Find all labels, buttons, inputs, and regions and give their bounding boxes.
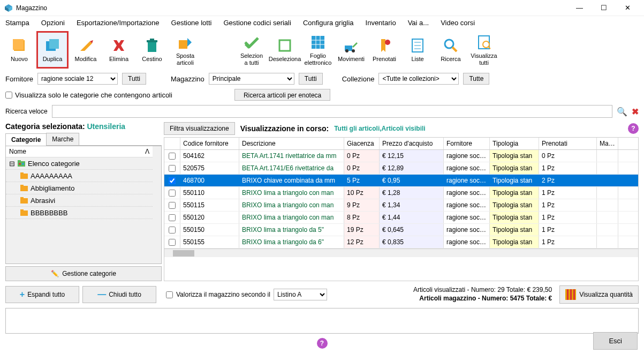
row-checkbox[interactable] bbox=[169, 153, 176, 160]
magazzino-tutti-button[interactable]: Tutti bbox=[299, 73, 323, 85]
magazzino-select[interactable]: Principale bbox=[209, 73, 294, 85]
col-code[interactable]: Codice fornitore bbox=[180, 138, 239, 149]
collezione-tutte-button[interactable]: Tutte bbox=[463, 73, 489, 85]
menu-opzioni[interactable]: Opzioni bbox=[39, 18, 67, 28]
valorizza-checkbox[interactable] bbox=[166, 291, 173, 298]
footer-help-icon[interactable]: ? bbox=[317, 338, 328, 349]
viz-label: Visualizzazione in corso: bbox=[240, 124, 329, 133]
modifica-button[interactable]: Modifica bbox=[70, 31, 102, 69]
col-desc[interactable]: Descrizione bbox=[239, 138, 344, 149]
menu-stampa[interactable]: Stampa bbox=[3, 18, 32, 28]
table-row[interactable]: 550115BRIXO lima a triangolo con man9 Pz… bbox=[164, 199, 638, 212]
menu-video-corsi[interactable]: Video corsi bbox=[438, 18, 477, 28]
notes-textarea[interactable] bbox=[5, 308, 639, 334]
menu-gestione-codici-seriali[interactable]: Gestione codici seriali bbox=[221, 18, 293, 28]
col-marche[interactable]: Marche bbox=[597, 138, 618, 149]
visualizza-solo-checkbox[interactable] bbox=[5, 92, 12, 99]
ricerca-button[interactable]: Ricerca bbox=[435, 31, 467, 69]
nuovo-button[interactable]: Nuovo bbox=[3, 31, 35, 69]
menu-esportazione-importazione[interactable]: Esportazione/Importazione bbox=[74, 18, 162, 28]
deseleziona-icon bbox=[276, 37, 293, 54]
svg-rect-12 bbox=[312, 36, 324, 49]
col-prezzo[interactable]: Prezzo d'acquisto bbox=[380, 138, 444, 149]
liste-button[interactable]: Liste bbox=[401, 31, 434, 69]
valorizza-select[interactable]: Listino A bbox=[274, 289, 327, 300]
menu-inventario[interactable]: Inventario bbox=[363, 18, 398, 28]
filtra-visualizzazione-button[interactable]: Filtra visualizzazione bbox=[164, 122, 235, 135]
cestino-button[interactable]: Cestino bbox=[136, 31, 168, 69]
row-checkbox[interactable] bbox=[169, 239, 176, 246]
collezione-label: Collezione bbox=[342, 75, 375, 83]
tree-item[interactable]: Abbigliamento bbox=[6, 182, 153, 194]
prenotati-button[interactable]: Prenotati bbox=[368, 31, 400, 69]
table-row[interactable]: 550110BRIXO lima a triangolo con man10 P… bbox=[164, 187, 638, 199]
fornitore-select[interactable]: ragione sociale 12 bbox=[37, 73, 118, 85]
tree-item[interactable]: BBBBBBBB bbox=[6, 207, 153, 219]
menu-gestione-lotti[interactable]: Gestione lotti bbox=[169, 18, 214, 28]
table-row[interactable]: 550120BRIXO lima a triangolo con man8 Pz… bbox=[164, 212, 638, 224]
visualizza-button[interactable]: Visualizza tutti bbox=[468, 31, 500, 69]
category-value: Utensileria bbox=[87, 122, 126, 131]
svg-rect-35 bbox=[20, 172, 24, 174]
maximize-button[interactable]: ☐ bbox=[592, 1, 616, 16]
table-row[interactable]: 550155BRIXO lima a triangolo da 6"12 Pz€… bbox=[164, 236, 638, 248]
folder-icon bbox=[20, 184, 28, 192]
minimize-button[interactable]: — bbox=[567, 1, 592, 16]
visualizza-quantita-button[interactable]: Visualizza quantità bbox=[559, 285, 639, 304]
search-icon[interactable]: 🔍 bbox=[617, 107, 627, 117]
tree-item[interactable]: AAAAAAAAA bbox=[6, 170, 153, 182]
seleziona-button[interactable]: Selezion a tutti bbox=[236, 31, 268, 69]
col-checkbox[interactable] bbox=[164, 138, 180, 149]
folder-icon bbox=[20, 171, 28, 180]
menu-vai-a-[interactable]: Vai a... bbox=[406, 18, 431, 28]
svg-rect-37 bbox=[20, 185, 24, 186]
deseleziona-button[interactable]: Deseleziona bbox=[269, 31, 301, 69]
grid-hscroll[interactable] bbox=[164, 248, 638, 257]
help-icon[interactable]: ? bbox=[628, 123, 639, 134]
tree-expand-icon[interactable]: ⊟ bbox=[9, 160, 15, 168]
close-button[interactable]: ✕ bbox=[616, 1, 640, 16]
row-checkbox[interactable] bbox=[169, 227, 176, 234]
col-forn[interactable]: Fornitore bbox=[444, 138, 490, 149]
tree-root[interactable]: ⊟Elenco categorie bbox=[6, 157, 153, 170]
ricerca-enoteca-button[interactable]: Ricerca articoli per enoteca bbox=[234, 89, 330, 101]
table-row[interactable]: 504162BETA Art.1741 rivettatrice da mm0 … bbox=[164, 150, 638, 162]
row-checkbox[interactable] bbox=[169, 165, 176, 172]
tree-item[interactable]: Abrasivi bbox=[6, 194, 153, 207]
table-row[interactable]: 550150BRIXO lima a triangolo da 5"19 Pz€… bbox=[164, 224, 638, 236]
svg-point-32 bbox=[19, 163, 21, 165]
table-row[interactable]: 520575BETA Art.1741/E6 rivettatrice da0 … bbox=[164, 162, 638, 175]
svg-rect-38 bbox=[20, 198, 28, 204]
collezione-select[interactable]: <Tutte le collezioni> bbox=[378, 73, 459, 85]
duplica-button[interactable]: Duplica bbox=[36, 31, 69, 69]
gestione-categorie-button[interactable]: ✏️ Gestione categorie bbox=[5, 266, 162, 281]
elimina-button[interactable]: Elimina bbox=[103, 31, 135, 69]
seleziona-icon bbox=[243, 34, 260, 51]
filter-row: Fornitore ragione sociale 12 Tutti Magaz… bbox=[0, 71, 644, 87]
esci-button[interactable]: Esci bbox=[593, 332, 638, 350]
foglio-button[interactable]: Foglio elettronico bbox=[302, 31, 334, 69]
table-row[interactable]: 468700BRIXO chiave combinata da mm5 Pz€ … bbox=[164, 175, 638, 187]
row-checkbox[interactable] bbox=[169, 202, 176, 209]
visualizza-solo-label: Visualizza solo le categorie che conteng… bbox=[15, 91, 172, 99]
tab-categorie[interactable]: Categorie bbox=[5, 133, 47, 146]
fornitore-tutti-button[interactable]: Tutti bbox=[122, 73, 146, 85]
search-input[interactable] bbox=[52, 105, 612, 118]
row-checkbox[interactable] bbox=[169, 177, 176, 184]
sposta-button[interactable]: Sposta articoli bbox=[169, 31, 201, 69]
row-checkbox[interactable] bbox=[169, 214, 176, 221]
search-row: Ricerca veloce 🔍 ✖ bbox=[0, 103, 644, 120]
tree-column-chevron-icon[interactable]: ᐱ bbox=[145, 148, 149, 155]
tab-marche[interactable]: Marche bbox=[46, 133, 79, 145]
col-tip[interactable]: Tipologia bbox=[490, 138, 539, 149]
tree-scrollbar[interactable] bbox=[153, 146, 161, 263]
movimenti-button[interactable]: Movimenti bbox=[335, 31, 367, 69]
svg-point-18 bbox=[345, 49, 348, 52]
col-giac[interactable]: Giacenza bbox=[344, 138, 380, 149]
row-checkbox[interactable] bbox=[169, 190, 176, 197]
col-pren[interactable]: Prenotati bbox=[539, 138, 597, 149]
espandi-tutto-button[interactable]: +Espandi tutto bbox=[5, 286, 79, 303]
menu-configura-griglia[interactable]: Configura griglia bbox=[301, 18, 356, 28]
chiudi-tutto-button[interactable]: —Chiudi tutto bbox=[82, 286, 156, 303]
clear-search-icon[interactable]: ✖ bbox=[632, 107, 639, 117]
